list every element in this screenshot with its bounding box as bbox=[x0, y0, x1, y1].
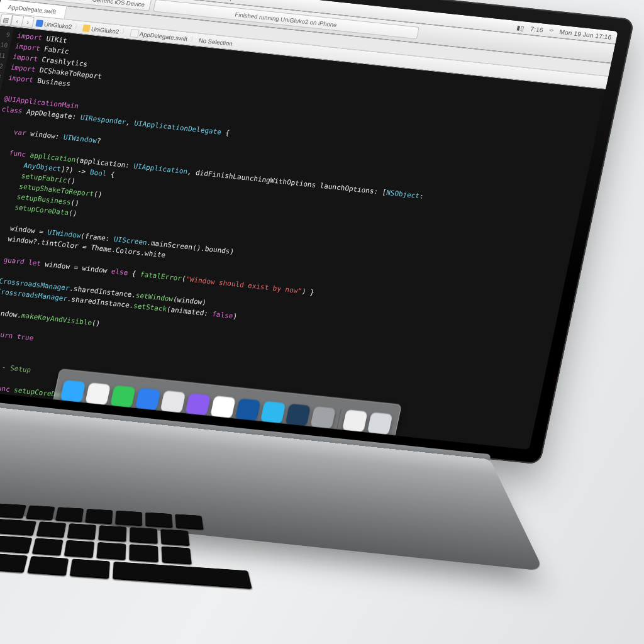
line-number: 9 bbox=[0, 28, 11, 40]
code-editor[interactable]: 9101112131415161718192021222324252627282… bbox=[0, 25, 606, 449]
menubar-date: Mon 19 Jun 17:16 bbox=[559, 28, 613, 41]
wifi-icon: ⌔ bbox=[549, 27, 554, 34]
chevron-right-icon: 〉 bbox=[121, 28, 129, 36]
scheme-device: Generic iOS Device bbox=[92, 0, 145, 8]
screen-bezel: Find Navigate Editor Product Debug Sourc… bbox=[0, 0, 635, 465]
project-icon bbox=[35, 19, 43, 27]
folder-icon bbox=[82, 25, 91, 32]
chevron-right-icon: 〉 bbox=[83, 0, 91, 3]
laptop: Find Navigate Editor Product Debug Sourc… bbox=[0, 0, 644, 591]
jump-label: No Selection bbox=[198, 36, 233, 47]
jump-label: UniGluko2 bbox=[43, 20, 72, 30]
forward-button[interactable]: › bbox=[22, 16, 35, 28]
jump-segment-selection[interactable]: No Selection bbox=[198, 36, 233, 47]
jump-label: AppDelegate.swift bbox=[139, 30, 188, 42]
menubar-time: 7:16 bbox=[530, 25, 543, 33]
line-number: 10 bbox=[0, 38, 9, 50]
screen: Find Navigate Editor Product Debug Sourc… bbox=[0, 0, 618, 450]
chevron-right-icon: 〉 bbox=[74, 23, 82, 31]
chevron-right-icon: 〉 bbox=[189, 35, 197, 43]
menu-item[interactable]: Help bbox=[220, 0, 235, 1]
jump-segment-folder[interactable]: UniGluko2 bbox=[82, 25, 119, 35]
scheme-app: UniGluko2 bbox=[53, 0, 82, 1]
jump-label: UniGluko2 bbox=[91, 25, 119, 35]
line-number: 11 bbox=[0, 49, 6, 61]
jump-segment-project[interactable]: UniGluko2 bbox=[35, 19, 72, 30]
line-number: 12 bbox=[0, 59, 4, 71]
swift-file-icon bbox=[130, 28, 140, 37]
line-number: 13 bbox=[0, 70, 2, 82]
code-area[interactable]: import UIKitimport Fabricimport Crashlyt… bbox=[0, 27, 606, 449]
tab-label: AppDelegate.swift bbox=[8, 3, 57, 15]
battery-icon: ▮▯ bbox=[516, 24, 525, 31]
